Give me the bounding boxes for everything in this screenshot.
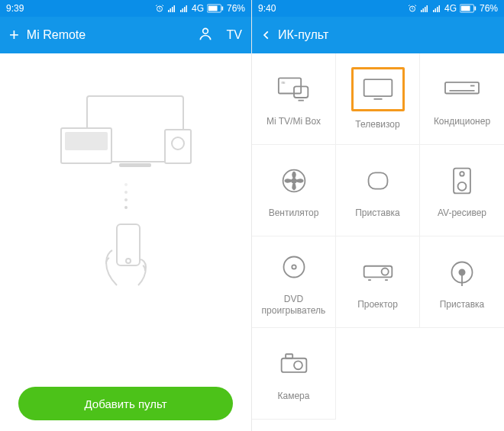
back-icon[interactable] [261, 27, 272, 44]
device-cell-camera[interactable]: Камера [252, 328, 336, 420]
svg-rect-38 [368, 172, 387, 188]
svg-rect-1 [168, 10, 170, 12]
add-icon[interactable]: + [9, 25, 19, 45]
svg-rect-26 [474, 6, 476, 10]
status-bar: 9:39 4G 76% [0, 0, 251, 17]
device-label: Приставка [355, 207, 400, 219]
hand-phone-icon [95, 221, 157, 290]
device-cell-box[interactable]: Приставка [336, 145, 420, 236]
device-label: AV-ресивер [438, 207, 486, 219]
alarm-icon [155, 4, 164, 13]
svg-rect-16 [421, 10, 422, 12]
svg-point-45 [381, 269, 388, 275]
device-label: Камера [278, 391, 310, 402]
header-left-screen: + Mi Remote TV [0, 17, 251, 53]
status-time: 9:39 [6, 3, 24, 14]
battery-label: 76% [227, 3, 245, 14]
device-label: Телевизор [355, 119, 399, 130]
svg-rect-44 [363, 266, 392, 278]
ac-icon [440, 70, 484, 108]
status-bar-right: 9:40 4G 76% [252, 0, 504, 17]
device-cell-mitv[interactable]: mıMi TV/Mi Box [252, 53, 336, 145]
svg-point-41 [458, 182, 467, 191]
svg-rect-21 [435, 8, 436, 12]
svg-rect-3 [172, 7, 173, 12]
svg-rect-52 [286, 354, 292, 358]
camera-icon [272, 345, 316, 383]
device-label: Приставка [440, 299, 485, 310]
svg-rect-33 [445, 82, 479, 94]
device-cell-dvd[interactable]: DVD проигрыватель [252, 236, 336, 328]
signal-icon [420, 4, 429, 13]
screen-mi-remote: 9:39 4G 76% + Mi Rem [0, 0, 252, 431]
device-cell-tv[interactable]: Телевизор [336, 53, 420, 145]
svg-point-53 [294, 361, 302, 369]
network-label: 4G [444, 3, 457, 14]
header-title: ИК-пульт [278, 28, 328, 42]
svg-rect-20 [433, 10, 435, 12]
svg-point-12 [202, 28, 208, 34]
svg-rect-5 [180, 10, 182, 12]
svg-point-14 [126, 259, 131, 263]
svg-point-42 [283, 256, 304, 277]
add-remote-button[interactable]: Добавить пульт [18, 387, 233, 420]
add-remote-label: Добавить пульт [84, 397, 166, 410]
svg-rect-22 [437, 7, 438, 12]
devices-illustration [42, 95, 210, 166]
svg-rect-18 [425, 7, 426, 12]
signal-icon [167, 4, 176, 13]
svg-rect-31 [363, 79, 392, 96]
svg-rect-7 [184, 7, 186, 12]
svg-point-43 [292, 265, 296, 269]
svg-rect-8 [186, 5, 187, 12]
svg-rect-23 [438, 5, 440, 12]
signal2-icon [432, 4, 441, 13]
status-right-group: 4G 76% [155, 3, 245, 14]
battery-label: 76% [480, 3, 498, 14]
device-cell-avr[interactable]: AV-ресивер [420, 145, 504, 236]
status-right-group: 4G 76% [408, 3, 498, 14]
settop-icon [440, 253, 484, 291]
avr-icon [440, 162, 484, 200]
header-title: Mi Remote [27, 28, 86, 42]
svg-point-40 [460, 172, 464, 175]
battery-icon [460, 4, 477, 13]
illustration-area [0, 53, 251, 290]
device-label: Кондиционер [434, 116, 490, 127]
header-right-screen: ИК-пульт [252, 17, 504, 53]
signal-dots [124, 183, 128, 209]
device-label: DVD проигрыватель [255, 294, 332, 317]
fan-icon [272, 162, 316, 200]
svg-rect-2 [170, 8, 171, 12]
tv-small-icon [60, 127, 112, 164]
tv-tab[interactable]: TV [227, 28, 242, 42]
alarm-icon [408, 4, 417, 13]
signal2-icon [179, 4, 189, 13]
network-label: 4G [192, 3, 204, 14]
box-icon [356, 162, 400, 200]
person-icon[interactable] [198, 26, 213, 44]
svg-rect-25 [461, 6, 470, 11]
device-label: Проектор [357, 299, 398, 310]
screen-ir-remote: 9:40 4G 76% ИК [252, 0, 504, 431]
svg-text:mı: mı [281, 81, 285, 85]
device-label: Вентилятор [269, 207, 319, 219]
tv-icon [351, 67, 405, 111]
svg-rect-4 [173, 5, 175, 12]
device-cell-fan[interactable]: Вентилятор [252, 145, 336, 236]
device-cell-projector[interactable]: Проектор [336, 236, 420, 328]
device-cell-ac[interactable]: Кондиционер [420, 53, 504, 145]
dvd-icon [272, 248, 316, 286]
svg-rect-6 [182, 8, 183, 12]
svg-rect-17 [422, 8, 424, 12]
speaker-icon [164, 129, 192, 164]
device-label: Mi TV/Mi Box [267, 116, 321, 127]
mitv-icon: mı [272, 70, 316, 108]
device-cell-settop[interactable]: Приставка [420, 236, 504, 328]
status-time: 9:40 [258, 3, 276, 14]
battery-icon [207, 4, 224, 13]
svg-rect-11 [221, 6, 223, 10]
svg-point-49 [459, 269, 464, 275]
svg-rect-10 [208, 6, 218, 11]
projector-icon [356, 253, 400, 291]
